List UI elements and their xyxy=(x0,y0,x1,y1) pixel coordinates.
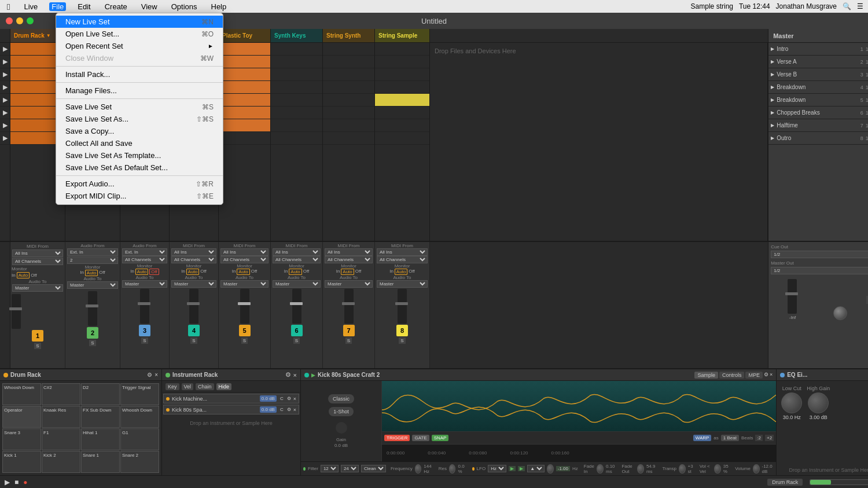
volume-knob[interactable] xyxy=(753,464,760,474)
stop-button[interactable]: ■ xyxy=(14,478,19,486)
tab-controls[interactable]: Controls xyxy=(719,372,745,379)
sampler-settings[interactable]: ⚙ xyxy=(764,372,768,379)
play-scene-2[interactable]: ▶ xyxy=(771,59,774,64)
solo-ch2[interactable]: S xyxy=(89,340,95,346)
solo-ch6[interactable]: S xyxy=(293,337,300,344)
menu-export-audio[interactable]: Export Audio... ⇧⌘R xyxy=(56,178,223,190)
drum-pad-fx-sub[interactable]: FX Sub Down xyxy=(81,406,120,428)
chain-kick-close[interactable]: × xyxy=(293,396,296,402)
clip-strsamp-8[interactable] xyxy=(375,132,429,145)
midi-from-ch1[interactable]: All Ins xyxy=(12,249,63,257)
solo-ch5[interactable]: S xyxy=(241,337,248,344)
scene-row-4[interactable]: ▶ Breakdown 4 165.00 xyxy=(768,81,868,94)
chain-btn[interactable]: Chain xyxy=(196,383,214,390)
audio-to-ch6[interactable]: Master xyxy=(273,280,321,288)
clip-strsamp-1[interactable] xyxy=(375,43,429,56)
gain-control[interactable]: Gain0.0 dB xyxy=(334,437,348,448)
clip-strsamp-3[interactable] xyxy=(375,68,429,81)
clip-strsynth-7[interactable] xyxy=(323,119,374,132)
lfo-wave-select[interactable]: ▲ xyxy=(527,465,545,472)
solo-ch3[interactable]: S xyxy=(141,337,148,344)
search-icon[interactable]: 🔍 xyxy=(843,2,851,10)
track-header-string-sample[interactable]: String Sample xyxy=(375,29,430,42)
play-button[interactable]: ▶ xyxy=(5,478,10,486)
close-button[interactable] xyxy=(6,17,13,24)
menu-create[interactable]: Create xyxy=(102,2,130,11)
solo-ch8[interactable]: S xyxy=(399,337,405,344)
sampler-close[interactable]: × xyxy=(770,372,773,379)
audio-to-ch8[interactable]: Master xyxy=(377,280,428,288)
clip-strsamp-4[interactable] xyxy=(375,81,429,94)
drum-pad-snare1[interactable]: Snare 1 xyxy=(81,451,120,473)
audio-from-ch3[interactable]: Ext. In xyxy=(122,248,167,256)
audio-to-ch5[interactable]: Master xyxy=(220,280,269,288)
apple-menu[interactable]:  xyxy=(5,2,12,12)
drum-pad-c2[interactable]: C#2 xyxy=(42,383,80,405)
menu-open-live-set[interactable]: Open Live Set... ⌘O xyxy=(56,28,223,40)
instrument-rack-close[interactable]: × xyxy=(293,372,297,379)
chain-kick-settings[interactable]: ⚙ xyxy=(287,396,291,401)
clip-strsynth-1[interactable] xyxy=(323,43,374,56)
menu-install-pack[interactable]: Install Pack... xyxy=(56,68,223,80)
audio-to-ch7[interactable]: Master xyxy=(325,280,373,288)
play-scene-3[interactable]: ▶ xyxy=(771,72,774,77)
resonance-knob[interactable] xyxy=(449,464,456,474)
clip-plastic-1[interactable] xyxy=(219,43,270,56)
play-row-2[interactable]: ▶ xyxy=(0,56,10,68)
play-row-3[interactable]: ▶ xyxy=(0,68,10,81)
menu-help[interactable]: Help xyxy=(209,2,229,11)
slice-btn[interactable] xyxy=(336,422,347,434)
drum-rack-close-icon[interactable]: × xyxy=(155,372,158,378)
play-scene-6[interactable]: ▶ xyxy=(771,110,774,115)
drum-rack-settings-icon[interactable]: ⚙ xyxy=(147,372,152,378)
scene-row-1[interactable]: ▶ Intro 1 165.00 xyxy=(768,43,868,56)
trigger-btn[interactable]: TRIGGER xyxy=(384,435,410,441)
clip-plastic-8[interactable] xyxy=(219,132,270,145)
chain-80s-settings[interactable]: ⚙ xyxy=(287,407,291,412)
scene-row-2[interactable]: ▶ Verse A 2 165.00 xyxy=(768,56,868,68)
midi-from-ch7[interactable]: All Ins xyxy=(325,248,373,256)
play-scene-8[interactable]: ▶ xyxy=(771,135,774,141)
midi-from-ch5[interactable]: All Ins xyxy=(220,248,269,256)
beat-select[interactable]: 1 Beat xyxy=(721,435,739,441)
menu-close-window[interactable]: Close Window ⌘W xyxy=(56,52,223,64)
key-btn[interactable]: Key xyxy=(165,383,179,390)
play-row-6[interactable]: ▶ xyxy=(0,107,10,119)
drum-pad-kick1[interactable]: Kick 1 xyxy=(2,451,41,473)
frequency-knob[interactable] xyxy=(415,464,422,474)
menu-file[interactable]: File xyxy=(49,2,66,11)
clip-strsamp-5[interactable] xyxy=(375,94,429,107)
menu-export-midi[interactable]: Export MIDI Clip... ⇧⌘E xyxy=(56,190,223,202)
scene-row-8[interactable]: ▶ Outro 8 165.00 xyxy=(768,132,868,145)
clip-strsynth-4[interactable] xyxy=(323,81,374,94)
drum-pad-knaak[interactable]: Knaak Res xyxy=(42,406,80,428)
master-volume-knob[interactable] xyxy=(833,306,847,320)
audio-from-ch2[interactable]: Ext. In xyxy=(67,248,118,256)
filter-type-select[interactable]: 12 xyxy=(321,465,339,472)
play-row-4[interactable]: ▶ xyxy=(0,81,10,94)
clip-synth-4[interactable] xyxy=(271,81,322,94)
drum-pad-g1[interactable]: G1 xyxy=(120,428,159,450)
channel-ch3[interactable]: All Channels xyxy=(122,256,167,263)
lfo-rate-knob[interactable] xyxy=(547,464,554,474)
clip-synth-3[interactable] xyxy=(271,68,322,81)
clip-strsynth-5[interactable] xyxy=(323,94,374,107)
channel-ch8[interactable]: All Channels xyxy=(377,256,428,263)
channel-ch5[interactable]: All Channels xyxy=(220,256,269,263)
clip-plastic-2[interactable] xyxy=(219,56,270,68)
minimize-button[interactable] xyxy=(16,17,23,24)
audio-to-ch3[interactable]: Master xyxy=(122,280,167,288)
drum-pad-d2[interactable]: D2 xyxy=(81,383,120,405)
play-row-1[interactable]: ▶ xyxy=(0,43,10,56)
menu-live[interactable]: Live xyxy=(21,2,40,11)
clip-synth-8[interactable] xyxy=(271,132,322,145)
play-row-7[interactable]: ▶ xyxy=(0,119,10,132)
solo-ch7[interactable]: S xyxy=(345,337,352,344)
channel-ch4[interactable]: All Channels xyxy=(171,256,216,263)
drum-pad-snare3[interactable]: Snare 3 xyxy=(2,428,41,450)
tab-sample[interactable]: Sample xyxy=(694,372,718,379)
menu-save-as-template[interactable]: Save Live Set As Template... xyxy=(56,149,223,162)
scene-row-5[interactable]: ▶ Breakdown 5 165.00 xyxy=(768,94,868,107)
gate-btn[interactable]: GATE xyxy=(412,435,429,441)
classic-btn[interactable]: Classic xyxy=(328,394,354,403)
